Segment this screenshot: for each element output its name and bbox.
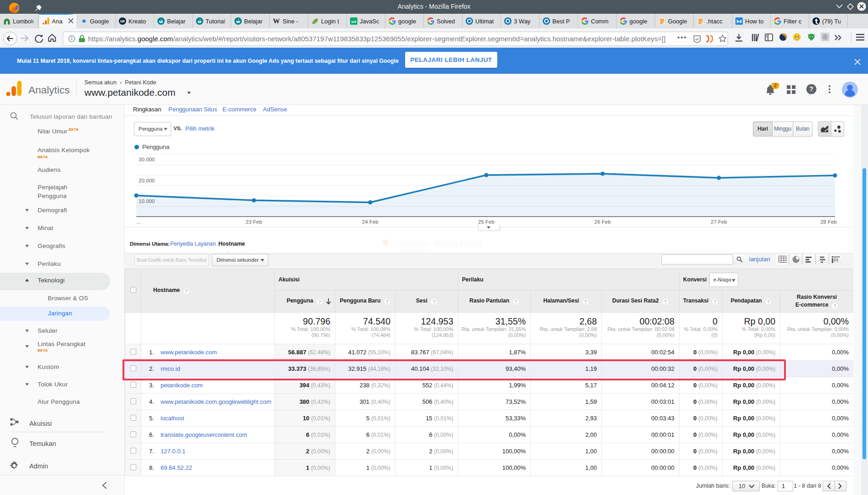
svg-text:24 Feb: 24 Feb bbox=[362, 219, 378, 225]
svg-text:10.000: 10.000 bbox=[139, 198, 155, 204]
svg-text:HR: HR bbox=[120, 20, 125, 23]
svg-text:30.000: 30.000 bbox=[139, 157, 155, 162]
svg-text:23 Feb: 23 Feb bbox=[246, 219, 262, 225]
svg-text:...: ... bbox=[136, 219, 141, 225]
svg-text:27 Feb: 27 Feb bbox=[711, 219, 727, 225]
svg-text:20.000: 20.000 bbox=[139, 178, 155, 183]
svg-text:?: ? bbox=[809, 85, 813, 93]
svg-text:2: 2 bbox=[774, 83, 777, 88]
svg-text:26 Feb: 26 Feb bbox=[595, 219, 611, 225]
svg-text:28 Feb: 28 Feb bbox=[820, 219, 837, 225]
svg-text:w3: w3 bbox=[351, 20, 356, 24]
